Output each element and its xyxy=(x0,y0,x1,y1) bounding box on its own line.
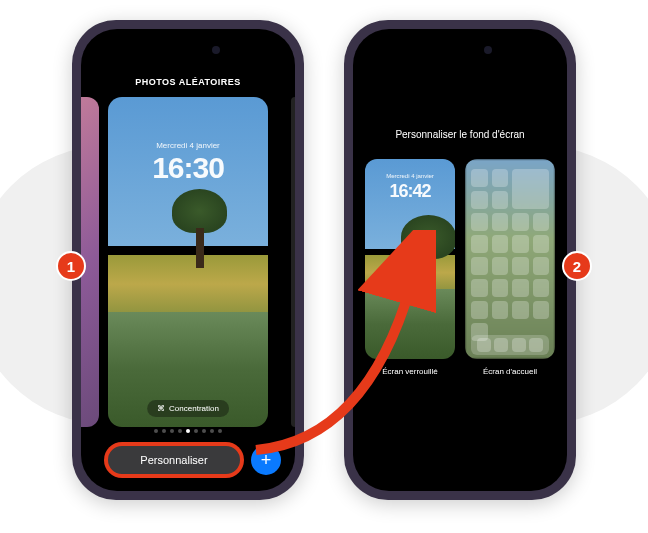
app-icon-placeholder xyxy=(492,191,509,209)
lockscreen-date: Mercredi 4 janvier xyxy=(365,173,455,179)
lockscreen-preview-card[interactable]: Mercredi 4 janvier 16:42 Écran verrouill… xyxy=(365,159,455,376)
app-icon-placeholder xyxy=(533,257,550,275)
app-icon-placeholder xyxy=(471,191,488,209)
current-wallpaper-preview[interactable]: Mercredi 4 janvier 16:30 ⌘ Concentration xyxy=(108,97,268,427)
app-icon-placeholder xyxy=(533,279,550,297)
next-wallpaper-peek[interactable] xyxy=(291,97,295,427)
page-indicator xyxy=(81,429,295,433)
app-icon-placeholder xyxy=(533,301,550,319)
dock-app-icon xyxy=(477,338,491,352)
wallpaper-pair-container: Mercredi 4 janvier 16:42 Écran verrouill… xyxy=(365,159,555,376)
wallpaper-carousel[interactable]: Mercredi 4 janvier 16:30 ⌘ Concentration xyxy=(81,97,295,427)
page-dot xyxy=(218,429,222,433)
app-icon-placeholder xyxy=(492,301,509,319)
page-dot xyxy=(154,429,158,433)
homescreen-label: Écran d'accueil xyxy=(465,367,555,376)
page-dot xyxy=(194,429,198,433)
phone-frame-1: PHOTOS ALÉATOIRES Mercredi 4 janvier 16:… xyxy=(72,20,304,500)
page-dot xyxy=(210,429,214,433)
widget-placeholder xyxy=(512,169,549,209)
dock-app-icon xyxy=(529,338,543,352)
app-icon-placeholder xyxy=(492,169,509,187)
phone-screen-1: PHOTOS ALÉATOIRES Mercredi 4 janvier 16:… xyxy=(81,29,295,491)
app-icon-placeholder xyxy=(471,301,488,319)
app-icon-placeholder xyxy=(512,301,529,319)
lockscreen-preview: Mercredi 4 janvier 16:42 xyxy=(365,159,455,359)
app-icon-placeholder xyxy=(533,213,550,231)
phone-frame-2: Personnaliser le fond d'écran Mer xyxy=(344,20,576,500)
lockscreen-date: Mercredi 4 janvier xyxy=(108,141,268,150)
app-icon-placeholder xyxy=(512,257,529,275)
homescreen-preview xyxy=(465,159,555,359)
app-icon-placeholder xyxy=(471,213,488,231)
page-dot xyxy=(178,429,182,433)
customize-button[interactable]: Personnaliser xyxy=(105,443,243,477)
app-icon-placeholder xyxy=(512,279,529,297)
dock xyxy=(471,335,549,355)
dynamic-island xyxy=(150,39,226,61)
add-wallpaper-button[interactable]: + xyxy=(251,445,281,475)
page-dot xyxy=(162,429,166,433)
app-icon-grid xyxy=(471,169,549,331)
app-icon-placeholder xyxy=(512,213,529,231)
wallpaper-category-title: PHOTOS ALÉATOIRES xyxy=(81,77,295,87)
lockscreen-time: 16:42 xyxy=(365,181,455,202)
page-dot-active xyxy=(186,429,190,433)
app-icon-placeholder xyxy=(492,257,509,275)
app-icon-placeholder xyxy=(492,279,509,297)
dock-app-icon xyxy=(494,338,508,352)
app-icon-placeholder xyxy=(512,235,529,253)
lockscreen-label: Écran verrouillé xyxy=(365,367,455,376)
camera-dot xyxy=(484,46,492,54)
app-icon-placeholder xyxy=(471,279,488,297)
page-dot xyxy=(202,429,206,433)
app-icon-placeholder xyxy=(471,169,488,187)
step-callout-2: 2 xyxy=(562,251,592,281)
app-icon-placeholder xyxy=(471,235,488,253)
app-icon-placeholder xyxy=(492,213,509,231)
phone-screen-2: Personnaliser le fond d'écran Mer xyxy=(353,29,567,491)
dynamic-island xyxy=(422,39,498,61)
lockscreen-time: 16:30 xyxy=(108,151,268,185)
camera-dot xyxy=(212,46,220,54)
bottom-action-bar: Personnaliser + xyxy=(105,443,281,477)
customize-header-title: Personnaliser le fond d'écran xyxy=(353,129,567,140)
focus-mode-pill[interactable]: ⌘ Concentration xyxy=(147,400,229,417)
page-dot xyxy=(170,429,174,433)
step-callout-1: 1 xyxy=(56,251,86,281)
app-icon-placeholder xyxy=(492,235,509,253)
homescreen-preview-card[interactable]: Écran d'accueil xyxy=(465,159,555,376)
link-icon: ⌘ xyxy=(157,404,165,413)
app-icon-placeholder xyxy=(533,235,550,253)
dock-app-icon xyxy=(512,338,526,352)
app-icon-placeholder xyxy=(471,257,488,275)
focus-label: Concentration xyxy=(169,404,219,413)
